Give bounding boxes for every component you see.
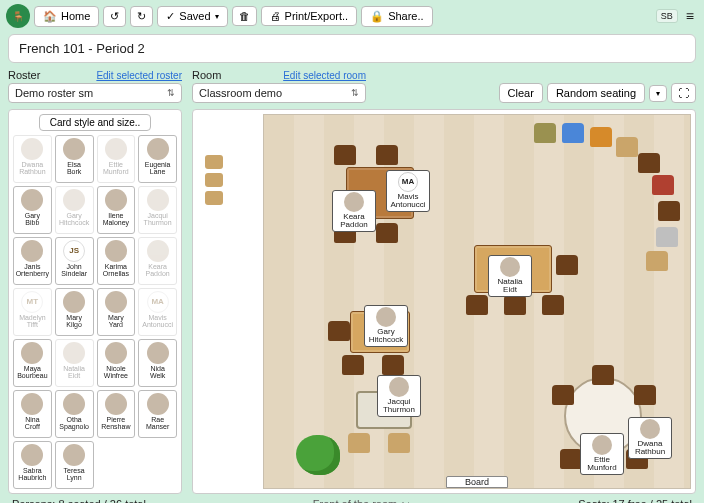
avatar xyxy=(63,138,85,160)
roster-person[interactable]: Karima Ornellas xyxy=(97,237,136,285)
avatar xyxy=(105,342,127,364)
edit-roster-link[interactable]: Edit selected roster xyxy=(96,70,182,81)
roster-person[interactable]: Gary Hitchcock xyxy=(55,186,94,234)
chair[interactable] xyxy=(552,385,574,405)
roster-person[interactable]: Eugenia Lane xyxy=(138,135,177,183)
chair[interactable] xyxy=(560,449,582,469)
edit-room-link[interactable]: Edit selected room xyxy=(283,70,366,81)
roster-person[interactable]: Keara Paddon xyxy=(138,237,177,285)
redo-button[interactable]: ↻ xyxy=(130,6,153,27)
room-select[interactable]: Classroom demo ⇅ xyxy=(192,83,366,103)
roster-person[interactable]: Natalia Eidt xyxy=(55,339,94,387)
person-name: Natalia Eidt xyxy=(63,365,85,380)
chair[interactable] xyxy=(376,223,398,243)
chair[interactable] xyxy=(634,385,656,405)
avatar xyxy=(147,342,169,364)
person-name: Mary Kilgo xyxy=(66,314,82,329)
roster-person[interactable]: Nicole Winfree xyxy=(97,339,136,387)
chair[interactable] xyxy=(328,321,350,341)
select-arrows-icon: ⇅ xyxy=(351,88,359,98)
chair[interactable] xyxy=(658,201,680,221)
chair[interactable] xyxy=(376,145,398,165)
seated-card[interactable]: Gary Hitchcock xyxy=(364,305,408,347)
roster-person[interactable]: Mary Kilgo xyxy=(55,288,94,336)
chair[interactable] xyxy=(638,153,660,173)
front-of-room-label[interactable]: Front of the room ↑↓ xyxy=(146,498,578,503)
roster-person[interactable]: JSJohn Sindelar xyxy=(55,237,94,285)
roster-person[interactable]: Gary Bibb xyxy=(13,186,52,234)
clear-button[interactable]: Clear xyxy=(499,83,543,103)
roster-person[interactable]: Mary Yard xyxy=(97,288,136,336)
chair[interactable] xyxy=(616,137,638,157)
share-button[interactable]: 🔒 Share.. xyxy=(361,6,432,27)
undo-button[interactable]: ↺ xyxy=(103,6,126,27)
roster-person[interactable]: Elsa Bork xyxy=(55,135,94,183)
person-name: Otha Spagnolo xyxy=(59,416,89,431)
roster-person[interactable]: Rae Manser xyxy=(138,390,177,438)
seated-name: Mavis Antonucci xyxy=(389,193,427,210)
seated-card[interactable]: Natalia Eidt xyxy=(488,255,532,297)
roster-person[interactable]: Maya Bourbeau xyxy=(13,339,52,387)
chair[interactable] xyxy=(342,355,364,375)
chair[interactable] xyxy=(652,175,674,195)
chair[interactable] xyxy=(348,433,370,453)
fullscreen-button[interactable]: ⛶ xyxy=(671,83,696,103)
status-bar: Persons: 8 seated / 26 total Front of th… xyxy=(0,496,704,503)
chair[interactable] xyxy=(542,295,564,315)
avatar xyxy=(21,189,43,211)
person-name: Keara Paddon xyxy=(146,263,170,278)
chair[interactable] xyxy=(466,295,488,315)
person-name: Nicole Winfree xyxy=(104,365,128,380)
roster-person[interactable]: Ettie Munford xyxy=(97,135,136,183)
avatar xyxy=(105,240,127,262)
seated-card[interactable]: MAMavis Antonucci xyxy=(386,170,430,212)
person-name: John Sindelar xyxy=(61,263,87,278)
chair[interactable] xyxy=(382,355,404,375)
avatar xyxy=(21,393,43,415)
roster-person[interactable]: Sabra Haubrich xyxy=(13,441,52,489)
avatar xyxy=(147,393,169,415)
seated-card[interactable]: Dwana Rathbun xyxy=(628,417,672,459)
roster-person[interactable]: Nida Welk xyxy=(138,339,177,387)
roster-person[interactable]: MAMavis Antonucci xyxy=(138,288,177,336)
roster-person[interactable]: Dwana Rathbun xyxy=(13,135,52,183)
card-style-button[interactable]: Card style and size.. xyxy=(39,114,152,131)
roster-person[interactable]: Ilene Maloney xyxy=(97,186,136,234)
avatar xyxy=(640,419,660,439)
seated-card[interactable]: Jacqui Thurmon xyxy=(377,375,421,417)
seated-card[interactable]: Keara Paddon xyxy=(332,190,376,232)
plant[interactable] xyxy=(296,435,340,475)
person-name: Rae Manser xyxy=(146,416,169,431)
chair[interactable] xyxy=(646,251,668,271)
chair[interactable] xyxy=(534,123,556,143)
user-badge[interactable]: SB xyxy=(656,9,678,23)
roster-person[interactable]: Otha Spagnolo xyxy=(55,390,94,438)
chair[interactable] xyxy=(388,433,410,453)
plan-title[interactable]: French 101 - Period 2 xyxy=(8,34,696,63)
avatar xyxy=(592,435,612,455)
roster-person[interactable]: Jacqui Thurmon xyxy=(138,186,177,234)
chair[interactable] xyxy=(504,295,526,315)
delete-button[interactable]: 🗑 xyxy=(232,6,257,26)
roster-person[interactable]: Teresa Lynn xyxy=(55,441,94,489)
chair[interactable] xyxy=(590,127,612,147)
menu-icon[interactable]: ≡ xyxy=(682,8,698,24)
roster-person[interactable]: Janis Ortenberry xyxy=(13,237,52,285)
roster-person[interactable]: Nina Croff xyxy=(13,390,52,438)
saved-button[interactable]: ✓ Saved ▾ xyxy=(157,6,227,27)
random-seating-options[interactable]: ▾ xyxy=(649,85,667,102)
chair[interactable] xyxy=(334,145,356,165)
chair[interactable] xyxy=(562,123,584,143)
room-canvas[interactable]: Board Keara PaddonMAMavis AntonucciNatal… xyxy=(192,109,696,494)
roster-select[interactable]: Demo roster sm ⇅ xyxy=(8,83,182,103)
chair[interactable] xyxy=(556,255,578,275)
home-button[interactable]: 🏠 Home xyxy=(34,6,99,27)
seated-card[interactable]: Ettie Munford xyxy=(580,433,624,475)
board-label[interactable]: Board xyxy=(446,476,508,488)
roster-person[interactable]: MTMadelyn Tifft xyxy=(13,288,52,336)
print-export-button[interactable]: 🖨 Print/Export.. xyxy=(261,6,358,26)
chair[interactable] xyxy=(592,365,614,385)
roster-person[interactable]: Pierre Renshaw xyxy=(97,390,136,438)
random-seating-button[interactable]: Random seating xyxy=(547,83,645,103)
chair[interactable] xyxy=(656,227,678,247)
